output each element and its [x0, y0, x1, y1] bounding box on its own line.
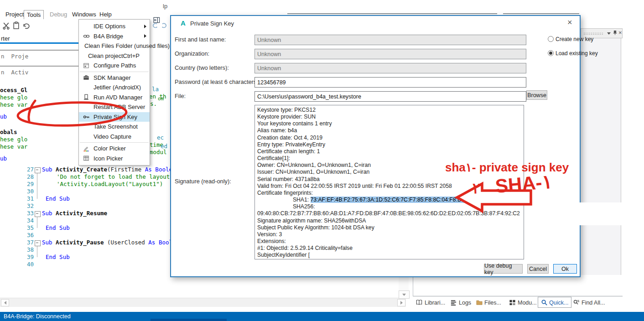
- menu-item-clean-project[interactable]: Clean project Ctrl+P: [79, 51, 150, 61]
- menu-item-jetifier[interactable]: Jetifier (AndroidX): [79, 83, 150, 93]
- code-line: End Sub: [46, 254, 70, 261]
- cert-line: Entry type: PrivateKeyEntry: [257, 141, 524, 148]
- fold-icon[interactable]: [35, 240, 41, 246]
- b4a-logo: A: [181, 19, 186, 27]
- code-structure-line: [37, 173, 37, 199]
- status-bar-accent: [151, 319, 227, 321]
- field-label-signature: Signature (read-only):: [175, 178, 231, 185]
- name-field: Unknown: [254, 35, 526, 45]
- keyword: Sub: [42, 210, 56, 217]
- cut-icon[interactable]: [2, 22, 10, 31]
- undo-icon[interactable]: [22, 22, 30, 31]
- module-tab-fragment[interactable]: rter: [1, 35, 10, 42]
- menu-item-label: Video Capture: [93, 133, 150, 140]
- cert-line: Valid from: Fri Oct 04 22:00:55 IRST 201…: [257, 183, 524, 190]
- menu-item-restart-adb-server[interactable]: Restart ADB Server: [79, 102, 150, 112]
- close-icon[interactable]: ×: [618, 29, 622, 36]
- field-label-file: File:: [175, 93, 186, 99]
- file-field[interactable]: C:\Users\us\password_b4a_test.keystore: [254, 91, 526, 102]
- menu-item-take-screenshot[interactable]: Take Screenshot: [79, 122, 150, 132]
- panel-drag-handle[interactable]: [583, 32, 603, 35]
- load-existing-key-radio[interactable]: [548, 50, 554, 56]
- icon-picker-icon: [82, 155, 91, 161]
- password-field[interactable]: 123456789: [254, 77, 526, 88]
- paste-icon[interactable]: [12, 21, 20, 31]
- menu-item-sdk-manager[interactable]: SDK Manager: [79, 73, 150, 83]
- cert-line: Creation date: Oct 4, 2019: [257, 135, 524, 141]
- code-text: (FirstTime: [107, 166, 145, 173]
- code-fragment: obals: [0, 129, 17, 136]
- menu-item-b4a-bridge[interactable]: B4A Bridge: [79, 31, 150, 41]
- code-fragment: ub: [0, 113, 7, 120]
- refresh-icons[interactable]: [151, 22, 168, 31]
- menu-item-label: Icon Picker: [93, 155, 150, 162]
- sub-name: Activity_Resume: [56, 210, 107, 217]
- menu-item-ide-options[interactable]: IDE Options: [79, 21, 150, 31]
- signature-textarea[interactable]: Keystore type: PKCS12 Keystore provider:…: [254, 105, 524, 259]
- cert-line: Keystore type: PKCS12: [257, 107, 524, 114]
- code-line: Sub Activity_Create(FirstTime As Boolean…: [42, 166, 183, 173]
- menubar-item-project[interactable]: Project: [3, 10, 26, 19]
- cert-line: Your keystore contains 1 entry: [257, 120, 524, 127]
- menubar-item-windows[interactable]: Windows: [69, 10, 99, 19]
- menu-item-label: Clean project: [88, 52, 123, 59]
- window-text-fragment: lp: [163, 3, 167, 10]
- cert-line: Certificate fingerprints:: [257, 190, 524, 197]
- modules-icon: [509, 299, 516, 308]
- code-fragment: hese var: [0, 101, 27, 109]
- menu-item-clean-files-folder[interactable]: Clean Files Folder (unused files): [79, 41, 150, 51]
- code-fragment: s.: [150, 100, 157, 108]
- menubar-item-help[interactable]: Help: [97, 10, 114, 19]
- tab-logs[interactable]: Logs: [459, 300, 471, 306]
- scroll-down-button[interactable]: [399, 290, 410, 299]
- cancel-button[interactable]: Cancel: [527, 264, 549, 274]
- menu-item-label: Jetifier (AndroidX): [93, 84, 150, 91]
- load-existing-key-label[interactable]: Load existing key: [556, 50, 598, 57]
- use-debug-key-button[interactable]: Use debug key: [484, 264, 523, 274]
- close-icon[interactable]: ×: [567, 18, 572, 27]
- color-picker-icon: [82, 145, 91, 152]
- code-fragment: la: [152, 86, 159, 93]
- menu-item-color-picker[interactable]: Color Picker: [79, 144, 150, 154]
- fold-icon[interactable]: [35, 211, 41, 217]
- cert-line: Version: 3: [257, 231, 524, 238]
- code-fragment: ub: [0, 155, 7, 162]
- tab-find-all[interactable]: Find All...: [582, 300, 605, 306]
- menu-item-run-avd-manager[interactable]: Run AVD Manager: [79, 93, 150, 103]
- menu-item-icon-picker[interactable]: Icon Picker: [79, 154, 150, 164]
- create-new-key-radio[interactable]: [548, 36, 554, 42]
- book-icon: [415, 299, 423, 308]
- browse-button[interactable]: Browse: [526, 90, 547, 100]
- code-fragment: ec: [157, 134, 164, 141]
- tab-libraries[interactable]: Librari...: [425, 300, 445, 306]
- chevron-down-icon[interactable]: [607, 32, 611, 35]
- code-fragment: modul: [150, 149, 167, 156]
- code-fragment: ocess_Gl: [0, 87, 27, 94]
- panel-top-line: [287, 13, 497, 14]
- tab-files[interactable]: Files...: [484, 300, 501, 306]
- menu-item-private-sign-key[interactable]: Private Sign Key: [79, 112, 150, 122]
- fold-icon[interactable]: [35, 167, 41, 173]
- link-icon: [82, 33, 91, 40]
- tab-modules[interactable]: Modu...: [518, 300, 537, 306]
- menu-item-configure-paths[interactable]: Configure Paths: [79, 61, 150, 71]
- scroll-left-button[interactable]: [1, 299, 9, 306]
- scroll-right-button[interactable]: [397, 299, 405, 306]
- menubar-item-tools[interactable]: Tools: [24, 10, 44, 19]
- menubar-item-debug[interactable]: Debug: [47, 10, 70, 19]
- sub-name: Activity_Create: [56, 166, 107, 173]
- code-fragment: om: [158, 95, 164, 103]
- menu-item-video-capture[interactable]: Video Capture: [79, 132, 150, 142]
- menu-item-label: Restart ADB Server: [93, 104, 150, 110]
- code-line: End Sub: [46, 224, 70, 232]
- code-fragment: n Activ: [1, 69, 28, 76]
- menu-item-label: SDK Manager: [93, 74, 150, 81]
- cert-line: #1: ObjectId: 2.5.29.14 Criticality=fals…: [257, 245, 524, 252]
- ok-button[interactable]: Ok: [553, 264, 577, 274]
- cert-line: 09:40:80:CB:72:B7:77:BB:60:AB:D1:A7:FD:D…: [257, 210, 524, 217]
- create-new-key-label[interactable]: Create new key: [556, 36, 593, 42]
- pin-icon[interactable]: [612, 30, 618, 38]
- horizontal-scrollbar-track[interactable]: [0, 298, 406, 307]
- sub-name: Activity_Pause: [56, 239, 107, 246]
- annotation-step-2: ٢: [473, 180, 480, 197]
